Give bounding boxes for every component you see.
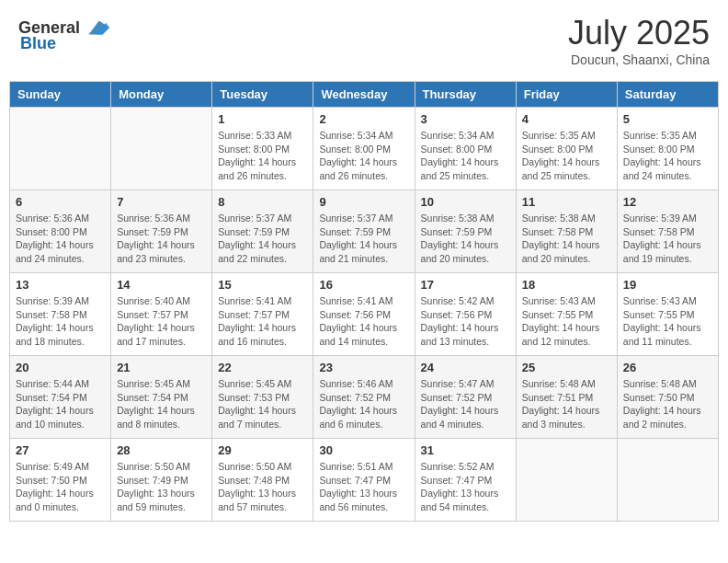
calendar-cell: 1Sunrise: 5:33 AMSunset: 8:00 PMDaylight… xyxy=(212,108,313,190)
day-info: Sunrise: 5:51 AMSunset: 7:47 PMDaylight:… xyxy=(319,460,408,514)
calendar-cell: 31Sunrise: 5:52 AMSunset: 7:47 PMDayligh… xyxy=(415,439,516,522)
day-number: 11 xyxy=(522,195,611,209)
day-info: Sunrise: 5:41 AMSunset: 7:57 PMDaylight:… xyxy=(218,294,307,349)
day-number: 22 xyxy=(218,361,307,374)
calendar-cell: 10Sunrise: 5:38 AMSunset: 7:59 PMDayligh… xyxy=(415,190,516,273)
day-number: 31 xyxy=(421,443,510,457)
calendar-cell: 15Sunrise: 5:41 AMSunset: 7:57 PMDayligh… xyxy=(212,273,313,356)
day-info: Sunrise: 5:43 AMSunset: 7:55 PMDaylight:… xyxy=(522,294,611,349)
day-info: Sunrise: 5:35 AMSunset: 8:00 PMDaylight:… xyxy=(522,129,611,183)
calendar-cell: 8Sunrise: 5:37 AMSunset: 7:59 PMDaylight… xyxy=(212,190,313,273)
calendar-cell: 9Sunrise: 5:37 AMSunset: 7:59 PMDaylight… xyxy=(313,190,415,273)
day-number: 24 xyxy=(421,361,510,374)
day-number: 13 xyxy=(16,278,105,292)
day-info: Sunrise: 5:49 AMSunset: 7:50 PMDaylight:… xyxy=(16,460,105,514)
day-number: 30 xyxy=(319,443,408,457)
calendar-cell: 18Sunrise: 5:43 AMSunset: 7:55 PMDayligh… xyxy=(516,273,617,356)
day-number: 21 xyxy=(117,361,206,374)
day-info: Sunrise: 5:46 AMSunset: 7:52 PMDaylight:… xyxy=(319,377,408,431)
calendar-cell: 27Sunrise: 5:49 AMSunset: 7:50 PMDayligh… xyxy=(10,439,111,522)
day-number: 19 xyxy=(623,278,712,292)
day-info: Sunrise: 5:39 AMSunset: 7:58 PMDaylight:… xyxy=(623,212,712,266)
day-info: Sunrise: 5:40 AMSunset: 7:57 PMDaylight:… xyxy=(117,294,206,349)
calendar-cell: 19Sunrise: 5:43 AMSunset: 7:55 PMDayligh… xyxy=(617,273,718,356)
logo-icon xyxy=(82,14,109,41)
day-header-monday: Monday xyxy=(111,82,212,108)
calendar-cell xyxy=(10,108,111,190)
calendar-cell: 21Sunrise: 5:45 AMSunset: 7:54 PMDayligh… xyxy=(111,356,212,439)
calendar-week-row: 27Sunrise: 5:49 AMSunset: 7:50 PMDayligh… xyxy=(10,439,719,522)
calendar-cell: 4Sunrise: 5:35 AMSunset: 8:00 PMDaylight… xyxy=(516,108,617,190)
logo-blue: Blue xyxy=(20,34,56,53)
calendar-header-row: SundayMondayTuesdayWednesdayThursdayFrid… xyxy=(10,82,719,108)
calendar-week-row: 20Sunrise: 5:44 AMSunset: 7:54 PMDayligh… xyxy=(10,356,719,439)
day-number: 3 xyxy=(421,112,510,126)
calendar-cell: 12Sunrise: 5:39 AMSunset: 7:58 PMDayligh… xyxy=(617,190,718,273)
day-number: 10 xyxy=(421,195,510,209)
calendar-cell: 17Sunrise: 5:42 AMSunset: 7:56 PMDayligh… xyxy=(415,273,516,356)
day-info: Sunrise: 5:37 AMSunset: 7:59 PMDaylight:… xyxy=(218,212,307,266)
calendar-cell: 7Sunrise: 5:36 AMSunset: 7:59 PMDaylight… xyxy=(111,190,212,273)
day-info: Sunrise: 5:37 AMSunset: 7:59 PMDaylight:… xyxy=(319,212,408,266)
day-info: Sunrise: 5:33 AMSunset: 8:00 PMDaylight:… xyxy=(218,129,307,183)
day-info: Sunrise: 5:34 AMSunset: 8:00 PMDaylight:… xyxy=(319,129,408,183)
day-info: Sunrise: 5:39 AMSunset: 7:58 PMDaylight:… xyxy=(16,294,105,349)
day-number: 12 xyxy=(623,195,712,209)
day-info: Sunrise: 5:48 AMSunset: 7:51 PMDaylight:… xyxy=(522,377,611,431)
day-header-saturday: Saturday xyxy=(617,82,718,108)
day-info: Sunrise: 5:47 AMSunset: 7:52 PMDaylight:… xyxy=(421,377,510,431)
day-number: 23 xyxy=(319,361,408,374)
day-info: Sunrise: 5:43 AMSunset: 7:55 PMDaylight:… xyxy=(623,294,712,349)
calendar-cell: 29Sunrise: 5:50 AMSunset: 7:48 PMDayligh… xyxy=(212,439,313,522)
calendar-cell: 24Sunrise: 5:47 AMSunset: 7:52 PMDayligh… xyxy=(415,356,516,439)
day-info: Sunrise: 5:38 AMSunset: 7:58 PMDaylight:… xyxy=(522,212,611,266)
day-header-thursday: Thursday xyxy=(415,82,516,108)
day-info: Sunrise: 5:52 AMSunset: 7:47 PMDaylight:… xyxy=(421,460,510,514)
day-info: Sunrise: 5:44 AMSunset: 7:54 PMDaylight:… xyxy=(16,377,105,431)
calendar-cell: 6Sunrise: 5:36 AMSunset: 8:00 PMDaylight… xyxy=(10,190,111,273)
day-info: Sunrise: 5:34 AMSunset: 8:00 PMDaylight:… xyxy=(421,129,510,183)
day-number: 9 xyxy=(319,195,408,209)
calendar-cell: 23Sunrise: 5:46 AMSunset: 7:52 PMDayligh… xyxy=(313,356,415,439)
calendar-cell: 11Sunrise: 5:38 AMSunset: 7:58 PMDayligh… xyxy=(516,190,617,273)
calendar-cell: 28Sunrise: 5:50 AMSunset: 7:49 PMDayligh… xyxy=(111,439,212,522)
day-number: 25 xyxy=(522,361,611,374)
day-info: Sunrise: 5:45 AMSunset: 7:53 PMDaylight:… xyxy=(218,377,307,431)
calendar-cell: 30Sunrise: 5:51 AMSunset: 7:47 PMDayligh… xyxy=(313,439,415,522)
day-number: 27 xyxy=(16,443,105,457)
month-title: July 2025 xyxy=(568,14,710,52)
day-number: 18 xyxy=(522,278,611,292)
calendar-cell: 22Sunrise: 5:45 AMSunset: 7:53 PMDayligh… xyxy=(212,356,313,439)
day-number: 15 xyxy=(218,278,307,292)
logo: General Blue xyxy=(18,14,109,53)
title-area: July 2025 Doucun, Shaanxi, China xyxy=(568,14,710,67)
day-number: 7 xyxy=(117,195,206,209)
day-info: Sunrise: 5:41 AMSunset: 7:56 PMDaylight:… xyxy=(319,294,408,349)
calendar-week-row: 13Sunrise: 5:39 AMSunset: 7:58 PMDayligh… xyxy=(10,273,719,356)
calendar-week-row: 6Sunrise: 5:36 AMSunset: 8:00 PMDaylight… xyxy=(10,190,719,273)
day-number: 20 xyxy=(16,361,105,374)
calendar-cell: 26Sunrise: 5:48 AMSunset: 7:50 PMDayligh… xyxy=(617,356,718,439)
calendar-cell: 5Sunrise: 5:35 AMSunset: 8:00 PMDaylight… xyxy=(617,108,718,190)
day-info: Sunrise: 5:35 AMSunset: 8:00 PMDaylight:… xyxy=(623,129,712,183)
day-info: Sunrise: 5:42 AMSunset: 7:56 PMDaylight:… xyxy=(421,294,510,349)
day-number: 5 xyxy=(623,112,712,126)
day-number: 28 xyxy=(117,443,206,457)
day-header-wednesday: Wednesday xyxy=(313,82,415,108)
calendar-cell: 2Sunrise: 5:34 AMSunset: 8:00 PMDaylight… xyxy=(313,108,415,190)
day-number: 29 xyxy=(218,443,307,457)
calendar-cell xyxy=(617,439,718,522)
calendar-cell: 14Sunrise: 5:40 AMSunset: 7:57 PMDayligh… xyxy=(111,273,212,356)
day-info: Sunrise: 5:48 AMSunset: 7:50 PMDaylight:… xyxy=(623,377,712,431)
day-number: 17 xyxy=(421,278,510,292)
calendar-week-row: 1Sunrise: 5:33 AMSunset: 8:00 PMDaylight… xyxy=(10,108,719,190)
day-header-tuesday: Tuesday xyxy=(212,82,313,108)
day-info: Sunrise: 5:45 AMSunset: 7:54 PMDaylight:… xyxy=(117,377,206,431)
day-number: 16 xyxy=(319,278,408,292)
day-info: Sunrise: 5:50 AMSunset: 7:49 PMDaylight:… xyxy=(117,460,206,514)
day-info: Sunrise: 5:50 AMSunset: 7:48 PMDaylight:… xyxy=(218,460,307,514)
calendar-cell: 25Sunrise: 5:48 AMSunset: 7:51 PMDayligh… xyxy=(516,356,617,439)
day-number: 6 xyxy=(16,195,105,209)
day-number: 26 xyxy=(623,361,712,374)
day-info: Sunrise: 5:38 AMSunset: 7:59 PMDaylight:… xyxy=(421,212,510,266)
